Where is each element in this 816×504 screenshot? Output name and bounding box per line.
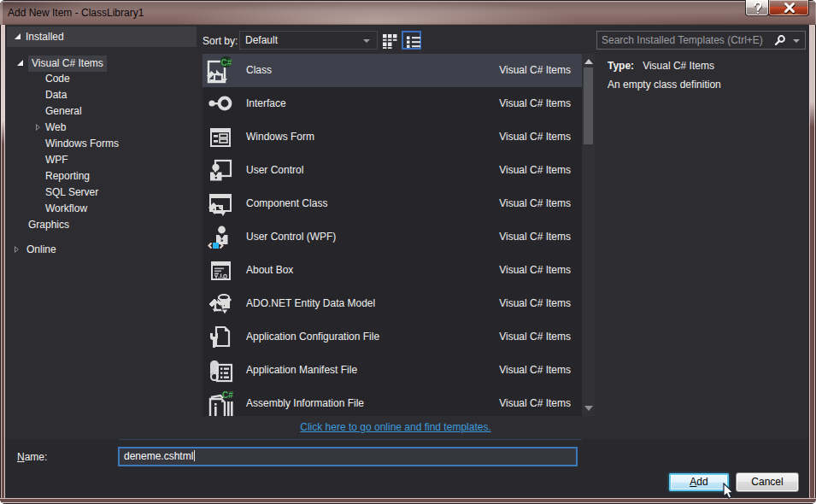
svg-text:C#: C# <box>221 58 232 67</box>
svg-text:C#: C# <box>222 390 233 400</box>
